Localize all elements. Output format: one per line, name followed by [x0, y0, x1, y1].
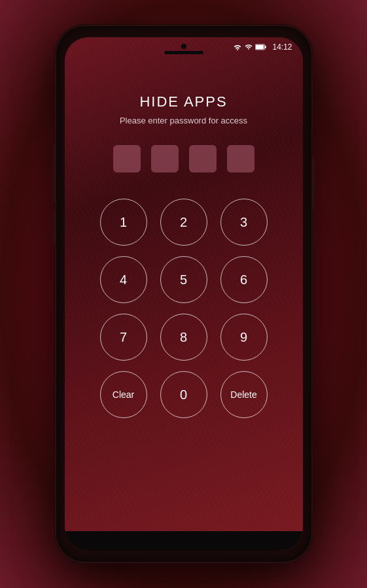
pin-slot-1: [113, 145, 141, 172]
status-time: 14:12: [272, 42, 292, 52]
signal-icon: [245, 43, 253, 51]
keypad-row-3: 7 8 9: [100, 314, 268, 361]
key-6[interactable]: 6: [220, 256, 268, 303]
volume-down-button: [53, 212, 56, 245]
phone-device: 14:12 HIDE APPS Please enter password fo…: [56, 26, 311, 562]
svg-rect-1: [256, 45, 264, 49]
volume-up-button: [53, 170, 56, 203]
pin-display: [113, 145, 254, 172]
key-7[interactable]: 7: [100, 314, 147, 361]
keypad-row-2: 4 5 6: [100, 256, 268, 303]
screen-content: HIDE APPS Please enter password for acce…: [65, 54, 303, 418]
pin-slot-3: [189, 145, 217, 172]
key-2[interactable]: 2: [160, 199, 207, 246]
key-9[interactable]: 9: [220, 314, 268, 361]
page-title: HIDE APPS: [139, 93, 227, 110]
pin-slot-2: [151, 145, 179, 172]
key-0[interactable]: 0: [160, 371, 207, 418]
status-bar: 14:12: [65, 37, 303, 54]
wifi-icon: [233, 43, 242, 51]
key-3[interactable]: 3: [220, 199, 268, 246]
key-5[interactable]: 5: [160, 256, 207, 303]
key-4[interactable]: 4: [100, 256, 147, 303]
key-1[interactable]: 1: [100, 199, 147, 246]
key-8[interactable]: 8: [160, 314, 207, 361]
keypad: 1 2 3 4 5 6 7 8 9 Clear 0 Delete: [100, 199, 268, 418]
pin-slot-4: [227, 145, 254, 172]
battery-icon: [255, 43, 267, 51]
svg-rect-2: [265, 46, 266, 48]
keypad-row-1: 1 2 3: [100, 199, 268, 246]
status-icons: 14:12: [233, 42, 292, 52]
delete-button[interactable]: Delete: [220, 371, 268, 418]
keypad-row-4: Clear 0 Delete: [100, 371, 268, 418]
page-subtitle: Please enter password for access: [120, 116, 247, 125]
clear-button[interactable]: Clear: [100, 371, 147, 418]
bottom-navigation-bar: [65, 531, 303, 551]
phone-screen: 14:12 HIDE APPS Please enter password fo…: [65, 37, 303, 551]
